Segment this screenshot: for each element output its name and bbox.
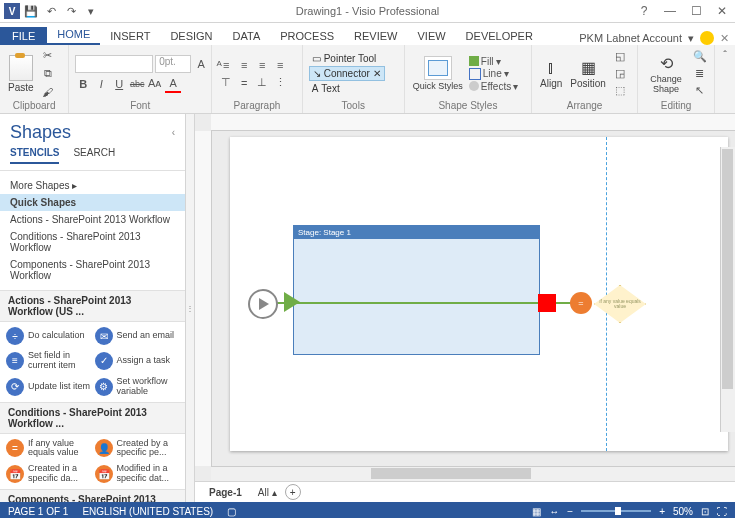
language-indicator[interactable]: ENGLISH (UNITED STATES) bbox=[82, 506, 213, 517]
tab-file[interactable]: FILE bbox=[0, 27, 47, 45]
fit-width-icon[interactable]: ↔ bbox=[549, 506, 559, 517]
shape-send-email[interactable]: ✉Send an email bbox=[93, 324, 182, 348]
italic-button[interactable]: I bbox=[93, 76, 109, 92]
change-shape-button[interactable]: ⟲Change Shape bbox=[644, 52, 688, 96]
tab-view[interactable]: VIEW bbox=[407, 27, 455, 45]
zoom-in-button[interactable]: + bbox=[659, 506, 665, 517]
format-painter-icon[interactable]: 🖌 bbox=[40, 84, 56, 100]
close-button[interactable]: ✕ bbox=[709, 0, 735, 22]
tab-review[interactable]: REVIEW bbox=[344, 27, 407, 45]
collapse-ribbon-icon[interactable]: ˆ bbox=[717, 47, 733, 63]
align-top-icon[interactable]: ⊤ bbox=[218, 75, 234, 91]
close-secondary-icon[interactable]: ✕ bbox=[720, 32, 729, 45]
bullets-icon[interactable]: ⋮ bbox=[272, 75, 288, 91]
condition-drag-shape[interactable]: = bbox=[570, 292, 592, 314]
font-color-button[interactable]: A bbox=[165, 75, 181, 93]
condition-diamond[interactable]: If any value equals value bbox=[594, 285, 646, 323]
copy-icon[interactable]: ⧉ bbox=[40, 66, 56, 82]
drawing-canvas[interactable]: Stage: Stage 1 = If any value equals val… bbox=[212, 131, 735, 466]
font-size-select[interactable]: 0pt. bbox=[155, 55, 191, 73]
shape-if-value[interactable]: =If any value equals value bbox=[4, 436, 93, 462]
tab-search[interactable]: SEARCH bbox=[73, 147, 115, 164]
close-tool-icon[interactable]: ✕ bbox=[373, 68, 381, 79]
font-size-steps-icon[interactable]: Aᴀ bbox=[147, 76, 163, 92]
align-middle-icon[interactable]: = bbox=[236, 75, 252, 91]
align-left-icon[interactable]: ≡ bbox=[218, 57, 234, 73]
presentation-mode-icon[interactable]: ▦ bbox=[532, 506, 541, 517]
restore-button[interactable]: ☐ bbox=[683, 0, 709, 22]
send-back-icon[interactable]: ◲ bbox=[612, 66, 628, 82]
bring-front-icon[interactable]: ◱ bbox=[612, 49, 628, 65]
strike-button[interactable]: abc bbox=[129, 76, 145, 92]
align-center-icon[interactable]: ≡ bbox=[236, 57, 252, 73]
shape-do-calculation[interactable]: ÷Do calculation bbox=[4, 324, 93, 348]
shape-created-by[interactable]: 👤Created by a specific pe... bbox=[93, 436, 182, 462]
cut-icon[interactable]: ✂ bbox=[40, 48, 56, 64]
line-button[interactable]: Line▾ bbox=[469, 68, 518, 80]
page-indicator[interactable]: PAGE 1 OF 1 bbox=[8, 506, 68, 517]
help-icon[interactable]: ? bbox=[631, 0, 657, 22]
align-button[interactable]: ⫿Align bbox=[538, 57, 564, 91]
shape-modified-date[interactable]: 📅Modified in a specific dat... bbox=[93, 461, 182, 487]
connector-line[interactable] bbox=[266, 302, 576, 304]
shape-set-field[interactable]: ≡Set field in current item bbox=[4, 348, 93, 374]
justify-icon[interactable]: ≡ bbox=[272, 57, 288, 73]
account-name[interactable]: PKM Labnet Account bbox=[579, 32, 682, 44]
align-right-icon[interactable]: ≡ bbox=[254, 57, 270, 73]
zoom-out-button[interactable]: − bbox=[567, 506, 573, 517]
section-actions[interactable]: Actions - SharePoint 2013 Workflow (US .… bbox=[0, 290, 185, 322]
save-icon[interactable]: 💾 bbox=[22, 2, 40, 20]
pointer-tool[interactable]: ▭Pointer Tool bbox=[309, 52, 385, 65]
page-surface[interactable]: Stage: Stage 1 = If any value equals val… bbox=[230, 137, 728, 451]
quick-shapes[interactable]: Quick Shapes bbox=[0, 194, 185, 211]
tab-process[interactable]: PROCESS bbox=[270, 27, 344, 45]
paste-button[interactable]: Paste bbox=[6, 53, 36, 95]
exit-shape[interactable] bbox=[538, 294, 556, 312]
minimize-button[interactable]: — bbox=[657, 0, 683, 22]
shape-assign-task[interactable]: ✓Assign a task bbox=[93, 348, 182, 374]
stencil-components[interactable]: Components - SharePoint 2013 Workflow bbox=[0, 256, 185, 284]
text-tool[interactable]: AText bbox=[309, 82, 385, 95]
fill-button[interactable]: Fill▾ bbox=[469, 56, 518, 67]
zoom-level[interactable]: 50% bbox=[673, 506, 693, 517]
tab-insert[interactable]: INSERT bbox=[100, 27, 160, 45]
feedback-smiley-icon[interactable] bbox=[700, 31, 714, 45]
shape-created-date[interactable]: 📅Created in a specific da... bbox=[4, 461, 93, 487]
panel-splitter[interactable]: ⋮ bbox=[186, 114, 195, 502]
tab-data[interactable]: DATA bbox=[223, 27, 271, 45]
vertical-scrollbar[interactable] bbox=[720, 147, 735, 432]
page-tab-1[interactable]: Page-1 bbox=[201, 485, 250, 500]
macro-record-icon[interactable]: ▢ bbox=[227, 506, 236, 517]
tab-design[interactable]: DESIGN bbox=[160, 27, 222, 45]
find-icon[interactable]: 🔍 bbox=[692, 49, 708, 65]
underline-button[interactable]: U bbox=[111, 76, 127, 92]
align-bottom-icon[interactable]: ⊥ bbox=[254, 75, 270, 91]
font-family-select[interactable] bbox=[75, 55, 153, 73]
effects-button[interactable]: Effects▾ bbox=[469, 81, 518, 92]
full-screen-icon[interactable]: ⛶ bbox=[717, 506, 727, 517]
bold-button[interactable]: B bbox=[75, 76, 91, 92]
layers-icon[interactable]: ≣ bbox=[692, 66, 708, 82]
enter-arrow-icon[interactable] bbox=[284, 292, 300, 312]
panel-collapse-icon[interactable]: ‹ bbox=[172, 127, 175, 138]
grow-font-icon[interactable]: A bbox=[193, 56, 209, 72]
v-scroll-thumb[interactable] bbox=[722, 149, 733, 389]
new-page-button[interactable]: + bbox=[285, 484, 301, 500]
shape-set-variable[interactable]: ⚙Set workflow variable bbox=[93, 374, 182, 400]
tab-home[interactable]: HOME bbox=[47, 25, 100, 45]
vertical-guide[interactable] bbox=[606, 137, 607, 451]
undo-icon[interactable]: ↶ bbox=[42, 2, 60, 20]
start-shape[interactable] bbox=[248, 289, 278, 319]
section-components[interactable]: Components - SharePoint 2013 Workflo... bbox=[0, 489, 185, 502]
qat-dropdown-icon[interactable]: ▾ bbox=[82, 2, 100, 20]
tab-developer[interactable]: DEVELOPER bbox=[456, 27, 543, 45]
connector-tool[interactable]: ↘Connector✕ bbox=[309, 66, 385, 81]
section-conditions[interactable]: Conditions - SharePoint 2013 Workflow ..… bbox=[0, 402, 185, 434]
stencil-conditions[interactable]: Conditions - SharePoint 2013 Workflow bbox=[0, 228, 185, 256]
redo-icon[interactable]: ↷ bbox=[62, 2, 80, 20]
quick-styles-button[interactable]: Quick Styles bbox=[411, 54, 465, 93]
stage-shape[interactable]: Stage: Stage 1 bbox=[293, 225, 540, 355]
shape-update-list[interactable]: ⟳Update list item bbox=[4, 374, 93, 400]
position-button[interactable]: ▦Position bbox=[568, 56, 608, 91]
group-icon[interactable]: ⬚ bbox=[612, 83, 628, 99]
